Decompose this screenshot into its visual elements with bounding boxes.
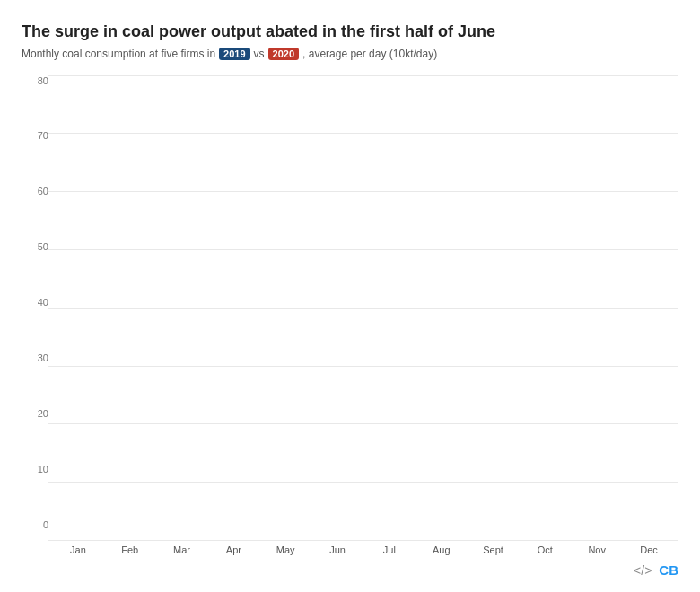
y-tick-label: 50 — [38, 241, 48, 252]
subtitle-pre: Monthly coal consumption at five firms i… — [22, 48, 215, 60]
grid-and-bars — [48, 74, 678, 541]
x-tick-label: Aug — [416, 544, 468, 555]
x-tick-label: Mar — [156, 544, 208, 555]
y-tick-label: 20 — [38, 408, 48, 419]
y-tick-label: 70 — [38, 130, 48, 141]
y-tick-label: 10 — [38, 464, 48, 474]
chart-title: The surge in coal power output abated in… — [22, 22, 678, 42]
code-icon: </> — [634, 563, 652, 578]
subtitle-mid: vs — [254, 48, 265, 60]
y-tick-label: 30 — [38, 353, 48, 363]
cb-logo: CB — [659, 562, 678, 578]
y-labels: 01020304050607080 — [22, 74, 48, 555]
chart-container: The surge in coal power output abated in… — [0, 0, 700, 592]
x-tick-label: Nov — [571, 544, 623, 555]
y-axis-wrapper: 01020304050607080 — [22, 74, 48, 555]
chart-subtitle: Monthly coal consumption at five firms i… — [22, 48, 678, 60]
y-tick-label: 40 — [38, 297, 48, 308]
x-tick-label: Jul — [363, 544, 416, 555]
x-tick-label: Apr — [207, 544, 259, 555]
y-tick-label: 60 — [38, 186, 48, 196]
footer: </> CB — [22, 562, 678, 578]
badge-2020: 2020 — [268, 48, 299, 60]
x-axis: JanFebMarAprMayJunJulAugSeptOctNovDec — [48, 544, 678, 555]
plot-area: JanFebMarAprMayJunJulAugSeptOctNovDec — [48, 74, 678, 555]
x-tick-label: Feb — [104, 544, 156, 555]
x-tick-label: May — [259, 544, 311, 555]
x-tick-label: Jun — [311, 544, 363, 555]
bars-row — [48, 74, 678, 541]
x-tick-label: Oct — [519, 544, 571, 555]
chart-area: 01020304050607080 JanFebMarAprMayJunJulA… — [22, 74, 678, 555]
x-tick-label: Sept — [468, 544, 520, 555]
y-tick-label: 80 — [38, 75, 48, 86]
subtitle-post: , average per day (10kt/day) — [302, 48, 437, 60]
badge-2019: 2019 — [219, 48, 249, 60]
x-tick-label: Dec — [623, 544, 675, 555]
x-tick-label: Jan — [52, 544, 104, 555]
